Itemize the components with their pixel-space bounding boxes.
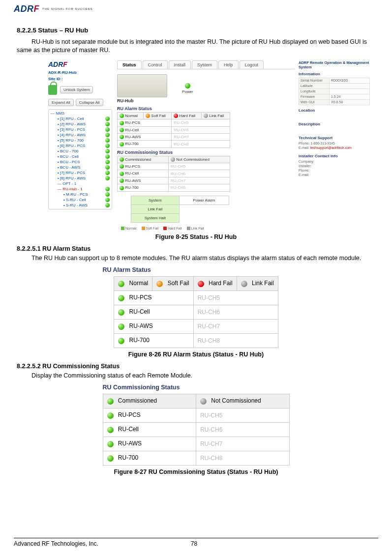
tech-support-header: Technical Support [299,136,370,140]
ru-hub-image [117,74,167,97]
commissioning-title: RU Commissioning Status [117,150,295,155]
tech-support-email: E-mail: techsupport@adrftech.com [299,146,370,150]
location-header: Location [299,108,370,113]
device-link[interactable]: ADX-R-RU-Hub [48,70,112,75]
site-id-label: Site ID : [48,77,112,81]
caption-8-26: Figure 8-26 RU Alarm Status (Status - RU… [17,351,375,358]
heading-82251: 8.2.2.5.1 RU Alarm Status [17,245,375,252]
para-8225: RU-Hub is not separate module but is int… [17,38,375,55]
installer-contact-info: Company:Installer:Phone:E-mail: [299,159,370,177]
expand-all-button[interactable]: Expand All [48,99,74,106]
alarm-status-table: Normal Soft Fail Hard Fail Link Fail RU-… [117,112,230,148]
tab-control[interactable]: Control [143,60,168,69]
collapse-all-button[interactable]: Collapse All [76,99,103,106]
tab-logout[interactable]: Logout [240,60,264,69]
caption-8-27: Figure 8-27 RU Commissioning Status (Sta… [17,468,375,475]
tab-status[interactable]: Status [117,60,142,69]
table27-title: RU Commissioning Status [103,384,290,391]
para-82251: The RU Hub can support up to 8 remote mo… [17,254,375,263]
info-table: Serial NumberR000XE00LatitudeLongitudeFi… [299,78,370,105]
power-label: Power [182,89,193,94]
tab-install[interactable]: Install [169,60,191,69]
footer-page-number: 78 [191,540,197,547]
mini-logo: ADRF [48,60,112,68]
alarm-status-title: RU Alarm Status [117,106,295,111]
page-footer: Advanced RF Technologies, Inc. 78 [14,538,378,547]
tiny-legend: Normal Soft Fail Hard Fail Link Fail [117,227,295,231]
para-82252: Display the Commissioning status of each… [17,372,375,380]
footer-company: Advanced RF Technologies, Inc. [14,540,98,547]
status-boxes: SystemPower Alarm Link Fail System Halt [131,196,229,223]
caption-8-25: Figure 8-25 Status - RU Hub [17,234,375,240]
figure-8-25: ADRF ADX-R-RU-Hub Site ID : Unlock Syste… [46,59,371,231]
brand-logo: ADRF THE SIGNAL FOR SUCCESS [14,0,378,16]
device-tree[interactable]: — NMS• [1] RFU - Cell• [2] RFU - AWS• [3… [48,109,112,209]
installer-header: Installer Contact Info [299,154,370,158]
heading-8225: 8.2.2.5 Status – RU Hub [17,27,375,34]
info-header: Information [299,72,370,76]
description-header: Description [299,122,370,126]
tab-help[interactable]: Help [218,60,239,69]
ru-hub-label: RU-Hub [117,98,167,103]
power-led-icon [185,83,190,88]
tab-bar: StatusControlInstallSystemHelpLogout [117,60,295,69]
ru-alarm-status-table: Normal Soft Fail Hard Fail Link Fail RU-… [114,276,278,348]
unlock-button[interactable]: Unlock System [60,86,93,93]
commissioning-table: Commissioned Not Commissioned RU-PCSRU-C… [117,156,230,192]
tab-system[interactable]: System [192,60,217,69]
lock-icon [48,85,57,95]
right-panel-title: ADRF Remote Operation & Management Syste… [299,60,370,69]
tech-support-phone: Phone: 1-800-313-9345 [299,141,370,146]
ru-commissioning-status-table: Commissioned Not Commissioned RU-PCSRU-C… [103,394,290,466]
table26-title: RU Alarm Status [103,266,290,273]
heading-82252: 8.2.2.5.2 RU Commissioning Status [17,363,375,370]
